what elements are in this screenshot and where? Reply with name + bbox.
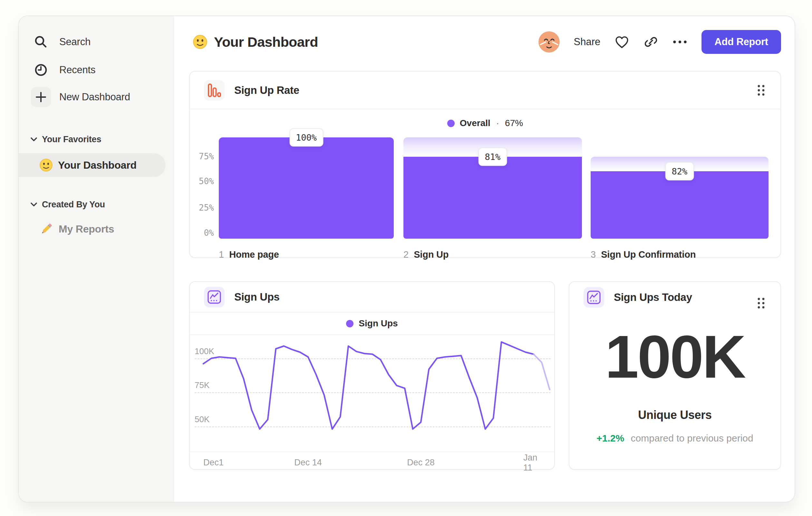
pencil-icon: [39, 222, 54, 236]
legend-value: 67%: [505, 118, 523, 128]
x-axis-divider: [190, 452, 554, 452]
funnel-bar[interactable]: [219, 137, 394, 239]
share-button[interactable]: Share: [574, 36, 601, 48]
app-window: Search Recents New Dashboard: [18, 16, 795, 503]
sidebar-item-label: My Reports: [59, 223, 114, 235]
funnel-value-tooltip: 82%: [665, 162, 694, 181]
metric-delta: +1.2%: [597, 433, 624, 443]
sidebar-section-created-by-you[interactable]: Created By You: [19, 195, 174, 214]
search-icon: [31, 32, 51, 52]
clock-icon: [31, 60, 51, 80]
metric-label: Unique Users: [569, 408, 780, 422]
funnel-category: 2 Sign Up: [403, 246, 448, 263]
sidebar: Search Recents New Dashboard: [19, 16, 174, 502]
metric-value: 100K: [569, 326, 780, 387]
sign-ups-card: Sign Ups Sign Ups 100K 75K 50K Dec1 Dec …: [189, 281, 555, 470]
metric-delta-row: +1.2% compared to previous period: [569, 433, 780, 444]
line-series-path: [533, 354, 550, 389]
funnel-category: 3 Sign Up Confirmation: [591, 246, 696, 263]
section-label: Your Favorites: [42, 134, 101, 144]
sidebar-item-your-dashboard[interactable]: Your Dashboard: [19, 153, 166, 177]
funnel-legend: Overall · 67%: [190, 109, 780, 137]
card-title: Sign Ups Today: [614, 291, 692, 303]
sidebar-item-label: Your Dashboard: [58, 159, 137, 171]
step-number: 2: [403, 249, 409, 260]
avatar[interactable]: [539, 31, 560, 53]
step-label: Home page: [229, 249, 279, 260]
card-title: Sign Up Rate: [234, 84, 299, 97]
line-legend: Sign Ups: [190, 313, 554, 335]
drag-handle-icon[interactable]: [755, 296, 767, 310]
chevron-down-icon: [30, 137, 38, 142]
step-number: 1: [219, 249, 224, 260]
sidebar-section-your-favorites[interactable]: Your Favorites: [19, 130, 174, 148]
funnel-value-tooltip: 100%: [289, 128, 323, 147]
sidebar-item-my-reports[interactable]: My Reports: [19, 219, 166, 239]
legend-separator: ·: [496, 118, 499, 128]
card-title: Sign Ups: [234, 291, 280, 303]
funnel-bar[interactable]: [403, 157, 582, 239]
sign-ups-today-card: Sign Ups Today 100K Unique Users +1.2% c…: [569, 281, 781, 470]
x-axis-tick: Dec1: [203, 455, 224, 470]
card-header: Sign Ups Today: [569, 282, 780, 313]
sign-up-rate-card: Sign Up Rate Overall · 67% 75% 50% 25% 0…: [189, 71, 781, 258]
page-title-wrap: Your Dashboard: [193, 30, 318, 54]
plus-icon: [31, 87, 51, 107]
sidebar-item-new-dashboard[interactable]: New Dashboard: [19, 83, 174, 111]
smiley-icon: [39, 158, 53, 172]
header-actions: Share Add Report: [539, 30, 781, 54]
sign-ups-line-series[interactable]: [203, 336, 550, 455]
main-header: Your Dashboard Share: [174, 16, 795, 73]
sidebar-item-label: Recents: [59, 64, 95, 76]
funnel-category: 1 Home page: [219, 246, 279, 263]
funnel-category-labels: 1 Home page 2 Sign Up 3 Sign Up Confirma…: [190, 246, 780, 263]
heart-icon[interactable]: [614, 34, 629, 49]
card-header: Sign Ups: [190, 282, 554, 313]
x-axis-labels: Dec1 Dec 14 Dec 28 Jan 11: [190, 455, 554, 470]
funnel-bar[interactable]: [591, 171, 768, 239]
line-chart-icon: [204, 287, 225, 307]
smiley-icon: [193, 34, 207, 49]
legend-dot: [447, 120, 455, 127]
legend-dot: [346, 320, 353, 327]
chevron-down-icon: [30, 202, 38, 207]
add-report-button[interactable]: Add Report: [701, 30, 781, 54]
sidebar-item-label: New Dashboard: [59, 91, 130, 103]
step-label: Sign Up Confirmation: [601, 249, 696, 260]
sidebar-item-search[interactable]: Search: [19, 28, 174, 56]
x-axis-tick: Jan 11: [523, 455, 544, 470]
page-title: Your Dashboard: [214, 34, 318, 50]
x-axis-tick: Dec 28: [407, 455, 435, 470]
drag-handle-icon[interactable]: [755, 83, 767, 98]
sidebar-item-label: Search: [59, 36, 91, 48]
funnel-value-tooltip: 81%: [478, 148, 507, 166]
more-options-icon[interactable]: [672, 34, 687, 49]
line-chart-icon: [584, 287, 604, 308]
section-label: Created By You: [42, 200, 105, 210]
card-header: Sign Up Rate: [190, 72, 780, 109]
legend-label: Sign Ups: [359, 318, 398, 329]
sidebar-item-recents[interactable]: Recents: [19, 56, 174, 84]
x-axis-tick: Dec 14: [294, 455, 322, 470]
line-series-path: [203, 342, 533, 429]
link-icon[interactable]: [643, 34, 658, 49]
metric-delta-note: compared to previous period: [631, 433, 753, 443]
legend-label: Overall: [460, 118, 490, 128]
step-label: Sign Up: [414, 249, 448, 260]
step-number: 3: [591, 249, 596, 260]
funnel-chart-icon: [204, 80, 225, 101]
funnel-plot: 100%81%82%: [190, 137, 780, 239]
